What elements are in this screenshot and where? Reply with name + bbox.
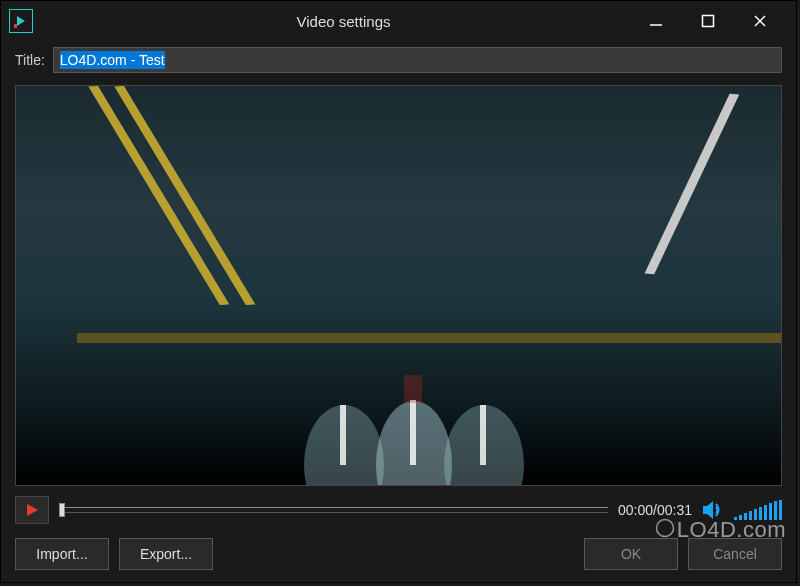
svg-marker-0 [17,16,25,26]
volume-button[interactable] [702,500,724,520]
svg-marker-13 [27,504,38,516]
play-button[interactable] [15,496,49,524]
export-button[interactable]: Export... [119,538,213,570]
video-preview[interactable] [15,85,782,486]
window-controls [644,9,796,33]
seek-handle[interactable] [59,503,65,517]
svg-rect-3 [703,16,714,27]
svg-rect-12 [404,375,422,403]
titlebar: Video settings [1,1,796,41]
import-button[interactable]: Import... [15,538,109,570]
title-label: Title: [15,52,45,68]
close-button[interactable] [748,9,772,33]
svg-marker-14 [703,501,713,519]
svg-rect-1 [14,24,17,28]
ok-button[interactable]: OK [584,538,678,570]
title-input[interactable]: LO4D.com - Test [53,47,782,73]
svg-rect-10 [410,400,416,465]
cancel-button[interactable]: Cancel [688,538,782,570]
svg-rect-11 [480,405,486,465]
play-icon [25,503,39,517]
title-input-value: LO4D.com - Test [60,51,165,69]
minimize-button[interactable] [644,9,668,33]
svg-rect-9 [340,405,346,465]
title-row: Title: LO4D.com - Test [15,47,782,73]
video-frame [16,86,781,485]
maximize-button[interactable] [696,9,720,33]
app-icon [9,9,33,33]
playback-controls: 00:00/00:31 [15,496,782,524]
content-area: Title: LO4D.com - Test [1,41,796,582]
window-title: Video settings [43,13,644,30]
footer-buttons: Import... Export... OK Cancel [15,538,782,570]
time-display: 00:00/00:31 [618,502,692,518]
video-settings-window: Video settings Title: LO4D.com - Test [0,0,797,583]
volume-icon [702,500,724,520]
seek-slider[interactable] [59,507,608,513]
volume-slider[interactable] [734,500,782,520]
